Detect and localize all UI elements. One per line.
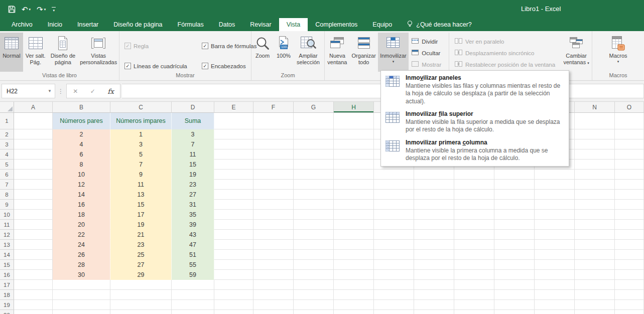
cell-K14[interactable] bbox=[454, 250, 494, 260]
cell-B1[interactable]: Números pares bbox=[53, 113, 110, 129]
cell-D4[interactable]: 11 bbox=[172, 149, 214, 160]
cell-J18[interactable] bbox=[414, 290, 454, 300]
formula-bar-drag-handle[interactable]: ⋮ bbox=[55, 88, 66, 95]
cell-N7[interactable] bbox=[575, 180, 615, 190]
tab-datos[interactable]: Datos bbox=[211, 18, 243, 31]
cell-D16[interactable]: 59 bbox=[172, 270, 214, 280]
redo-button[interactable]: ↷▾ bbox=[37, 6, 46, 13]
cell-G3[interactable] bbox=[294, 139, 334, 149]
cell-C16[interactable]: 29 bbox=[110, 270, 172, 280]
cell-B19[interactable] bbox=[53, 300, 110, 310]
cell-G17[interactable] bbox=[294, 280, 334, 290]
cell-C19[interactable] bbox=[110, 300, 172, 310]
cell-L12[interactable] bbox=[494, 230, 535, 240]
cell-H3[interactable] bbox=[334, 139, 374, 149]
cell-F19[interactable] bbox=[253, 300, 294, 310]
cell-C3[interactable]: 3 bbox=[110, 139, 172, 149]
cell-K12[interactable] bbox=[454, 230, 494, 240]
cell-N11[interactable] bbox=[575, 220, 615, 230]
cell-F18[interactable] bbox=[253, 290, 294, 300]
cell-H7[interactable] bbox=[334, 180, 374, 190]
cell-B4[interactable]: 6 bbox=[53, 149, 110, 160]
row-header-16[interactable]: 16 bbox=[0, 270, 14, 280]
cell-E11[interactable] bbox=[214, 220, 253, 230]
cell-G10[interactable] bbox=[294, 210, 334, 220]
checkbox-formula-bar[interactable]: ✓ Barra de fórmulas bbox=[202, 40, 256, 52]
cell-E6[interactable] bbox=[214, 170, 253, 180]
cell-O2[interactable] bbox=[615, 129, 644, 139]
cell-H11[interactable] bbox=[334, 220, 374, 230]
tab-formulas[interactable]: Fórmulas bbox=[170, 18, 211, 31]
cell-O11[interactable] bbox=[615, 220, 644, 230]
cell-G16[interactable] bbox=[294, 270, 334, 280]
cell-L10[interactable] bbox=[494, 210, 535, 220]
cell-O10[interactable] bbox=[615, 210, 644, 220]
cell-G18[interactable] bbox=[294, 290, 334, 300]
cell-E18[interactable] bbox=[214, 290, 253, 300]
cell-C15[interactable]: 27 bbox=[110, 260, 172, 270]
tab-vista[interactable]: Vista bbox=[279, 18, 308, 31]
cell-B2[interactable]: 2 bbox=[53, 129, 110, 139]
cell-N8[interactable] bbox=[575, 190, 615, 200]
cell-H9[interactable] bbox=[334, 200, 374, 210]
cell-A1[interactable] bbox=[14, 113, 53, 129]
cell-I9[interactable] bbox=[374, 200, 414, 210]
row-header-3[interactable]: 3 bbox=[0, 139, 14, 149]
cell-M9[interactable] bbox=[535, 200, 575, 210]
row-header-13[interactable]: 13 bbox=[0, 240, 14, 250]
cell-O20[interactable] bbox=[615, 310, 644, 314]
cell-B13[interactable]: 24 bbox=[53, 240, 110, 250]
cell-C11[interactable]: 19 bbox=[110, 220, 172, 230]
cell-N3[interactable] bbox=[575, 139, 615, 149]
cell-G11[interactable] bbox=[294, 220, 334, 230]
tab-complementos[interactable]: Complementos bbox=[308, 18, 365, 31]
cell-J6[interactable] bbox=[414, 170, 454, 180]
cell-G13[interactable] bbox=[294, 240, 334, 250]
row-header-18[interactable]: 18 bbox=[0, 290, 14, 300]
cell-L7[interactable] bbox=[494, 180, 535, 190]
cell-H18[interactable] bbox=[334, 290, 374, 300]
cell-B10[interactable]: 18 bbox=[53, 210, 110, 220]
cell-N20[interactable] bbox=[575, 310, 615, 314]
menu-item-freeze-panes[interactable]: Inmovilizar paneles Mantiene visibles la… bbox=[381, 72, 569, 108]
cell-H20[interactable] bbox=[334, 310, 374, 314]
cell-F4[interactable] bbox=[253, 149, 294, 160]
cell-F15[interactable] bbox=[253, 260, 294, 270]
cell-B6[interactable]: 10 bbox=[53, 170, 110, 180]
row-header-4[interactable]: 4 bbox=[0, 149, 14, 160]
cell-N12[interactable] bbox=[575, 230, 615, 240]
cell-J14[interactable] bbox=[414, 250, 454, 260]
cell-H5[interactable] bbox=[334, 160, 374, 170]
cell-E15[interactable] bbox=[214, 260, 253, 270]
undo-button[interactable]: ↶▾ bbox=[22, 6, 31, 13]
cell-E17[interactable] bbox=[214, 280, 253, 290]
column-header-A[interactable]: A bbox=[14, 102, 53, 113]
page-break-preview-button[interactable]: Ver salt. Pág. bbox=[23, 33, 48, 72]
cell-H1[interactable] bbox=[334, 113, 374, 129]
cell-G2[interactable] bbox=[294, 129, 334, 139]
cell-G7[interactable] bbox=[294, 180, 334, 190]
cell-E13[interactable] bbox=[214, 240, 253, 250]
cell-O5[interactable] bbox=[615, 160, 644, 170]
cell-H8[interactable] bbox=[334, 190, 374, 200]
freeze-panes-button[interactable]: Inmovilizar ▾ bbox=[378, 33, 409, 72]
cell-I12[interactable] bbox=[374, 230, 414, 240]
cell-A16[interactable] bbox=[14, 270, 53, 280]
cell-K20[interactable] bbox=[454, 310, 494, 314]
cell-M10[interactable] bbox=[535, 210, 575, 220]
cell-A15[interactable] bbox=[14, 260, 53, 270]
column-header-H[interactable]: H bbox=[334, 102, 374, 113]
cell-A20[interactable] bbox=[14, 310, 53, 314]
cell-N14[interactable] bbox=[575, 250, 615, 260]
cell-F12[interactable] bbox=[253, 230, 294, 240]
cell-O14[interactable] bbox=[615, 250, 644, 260]
cell-L14[interactable] bbox=[494, 250, 535, 260]
cell-E12[interactable] bbox=[214, 230, 253, 240]
cell-F13[interactable] bbox=[253, 240, 294, 250]
cell-B3[interactable]: 4 bbox=[53, 139, 110, 149]
cell-B20[interactable] bbox=[53, 310, 110, 314]
cell-M8[interactable] bbox=[535, 190, 575, 200]
cell-J13[interactable] bbox=[414, 240, 454, 250]
cell-F3[interactable] bbox=[253, 139, 294, 149]
new-window-button[interactable]: Nueva ventana bbox=[325, 33, 350, 72]
